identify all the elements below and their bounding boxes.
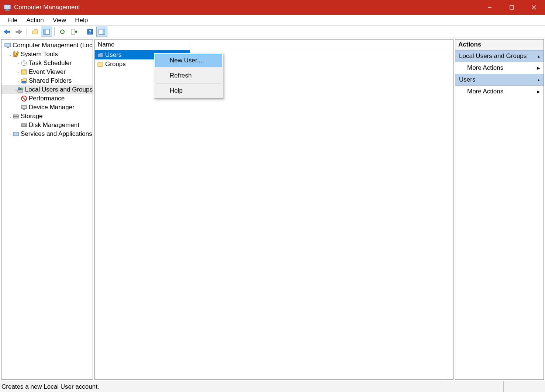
toolbar: ?	[0, 26, 545, 38]
context-menu-help[interactable]: Help	[155, 84, 222, 97]
actions-item-label: More Actions	[467, 88, 503, 95]
tree-node-storage[interactable]: ⌄ Storage	[1, 112, 93, 121]
svg-rect-23	[14, 52, 15, 57]
svg-marker-49	[98, 62, 103, 66]
svg-rect-1	[6, 9, 8, 10]
app-icon	[4, 4, 11, 11]
actions-item-label: More Actions	[467, 64, 503, 72]
context-menu-separator	[156, 83, 221, 83]
actions-section-label: Users	[459, 76, 475, 83]
tree-node-services-apps[interactable]: › Services and Applications	[1, 130, 93, 138]
maximize-button[interactable]	[501, 0, 523, 15]
status-bar: Creates a new Local User account.	[0, 381, 545, 392]
tree-label: Device Manager	[29, 104, 75, 111]
tree-label: Computer Management (Local)	[13, 42, 93, 49]
toolbar-export-button[interactable]	[69, 27, 80, 37]
toolbar-show-hide-action-pane-button[interactable]	[96, 27, 107, 37]
actions-more-actions-2[interactable]: More Actions	[455, 86, 544, 97]
toolbar-back-button[interactable]	[1, 27, 13, 37]
menu-view[interactable]: View	[48, 15, 71, 25]
menu-bar: File Action View Help	[0, 15, 545, 26]
collapse-icon: ▴	[538, 54, 540, 59]
tree-label: Services and Applications	[21, 130, 92, 138]
window-title: Computer Management	[14, 4, 479, 11]
toolbar-separator	[54, 27, 55, 36]
list-cell: Users	[105, 51, 121, 59]
actions-title: Actions	[455, 39, 544, 50]
tree-node-performance[interactable]: › Performance	[1, 94, 93, 103]
tree-node-task-scheduler[interactable]: › Task Scheduler	[1, 59, 93, 68]
menu-help[interactable]: Help	[70, 15, 92, 25]
tree-panel[interactable]: ▸ Computer Management (Local) ⌄ System T…	[1, 39, 93, 380]
svg-point-36	[20, 88, 23, 90]
context-menu: New User... Refresh Help	[154, 53, 223, 99]
svg-point-34	[24, 81, 26, 83]
column-header-name[interactable]: Name	[95, 39, 190, 50]
svg-point-33	[22, 81, 24, 83]
svg-rect-22	[7, 47, 9, 48]
system-tools-icon	[13, 51, 19, 58]
svg-rect-14	[71, 29, 75, 34]
actions-section-users[interactable]: Users ▴	[455, 74, 544, 86]
tree-node-root[interactable]: ▸ Computer Management (Local)	[1, 41, 93, 50]
tree-node-device-manager[interactable]: › Device Manager	[1, 103, 93, 112]
svg-rect-37	[18, 90, 23, 92]
svg-rect-0	[4, 5, 11, 9]
svg-rect-21	[5, 43, 11, 47]
tree-node-system-tools[interactable]: ⌄ System Tools	[1, 50, 93, 59]
svg-rect-4	[510, 6, 514, 9]
event-viewer-icon	[21, 69, 27, 75]
minimize-button[interactable]	[479, 0, 501, 15]
toolbar-refresh-button[interactable]	[57, 27, 68, 37]
list-panel[interactable]: Name Users Groups New User... Refresh He…	[94, 39, 453, 380]
collapse-icon: ▴	[538, 78, 540, 82]
svg-rect-40	[21, 106, 27, 109]
device-manager-icon	[21, 104, 27, 111]
toolbar-separator	[27, 27, 27, 36]
svg-point-35	[18, 87, 20, 90]
computer-management-icon	[4, 42, 11, 49]
tree-label: Shared Folders	[29, 77, 72, 85]
status-cell	[440, 381, 503, 392]
actions-section-local-users-groups[interactable]: Local Users and Groups ▴	[455, 50, 544, 62]
local-users-groups-icon	[17, 86, 24, 93]
task-scheduler-icon	[21, 60, 27, 66]
tree-node-disk-management[interactable]: › Disk Management	[1, 121, 93, 130]
svg-rect-2	[5, 10, 10, 11]
folder-icon	[97, 61, 104, 68]
tree-label: Storage	[21, 113, 43, 120]
menu-file[interactable]: File	[3, 15, 22, 25]
list-row-groups[interactable]: Groups	[95, 59, 453, 69]
toolbar-show-hide-tree-button[interactable]	[41, 27, 52, 37]
toolbar-separator	[82, 27, 82, 36]
tree-node-shared-folders[interactable]: › Shared Folders	[1, 76, 93, 85]
actions-panel: Actions Local Users and Groups ▴ More Ac…	[455, 39, 544, 380]
context-menu-new-user[interactable]: New User...	[155, 54, 222, 67]
toolbar-help-button[interactable]: ?	[84, 27, 96, 37]
toolbar-forward-button[interactable]	[13, 27, 24, 37]
actions-more-actions-1[interactable]: More Actions	[455, 62, 544, 74]
context-menu-refresh[interactable]: Refresh	[155, 69, 222, 82]
close-button[interactable]	[523, 0, 545, 15]
menu-action[interactable]: Action	[22, 15, 48, 25]
services-apps-icon	[13, 131, 19, 137]
svg-marker-8	[16, 30, 22, 34]
svg-rect-41	[23, 109, 25, 110]
svg-rect-11	[44, 29, 46, 34]
tree-node-event-viewer[interactable]: › Event Viewer	[1, 68, 93, 76]
tree-node-local-users-groups[interactable]: › Local Users and Groups	[1, 85, 93, 94]
folder-icon	[97, 52, 104, 58]
context-menu-separator	[156, 68, 221, 68]
toolbar-up-button[interactable]	[29, 27, 40, 37]
disk-management-icon	[21, 122, 27, 128]
svg-rect-43	[13, 117, 18, 118]
svg-point-45	[25, 125, 26, 126]
svg-marker-48	[98, 53, 103, 57]
workspace: ▸ Computer Management (Local) ⌄ System T…	[0, 38, 545, 381]
svg-text:?: ?	[89, 29, 92, 35]
tree-label: Disk Management	[29, 121, 79, 129]
svg-rect-20	[103, 29, 105, 34]
title-bar: Computer Management	[0, 0, 545, 15]
svg-marker-9	[32, 30, 37, 34]
list-header: Name	[95, 39, 453, 50]
